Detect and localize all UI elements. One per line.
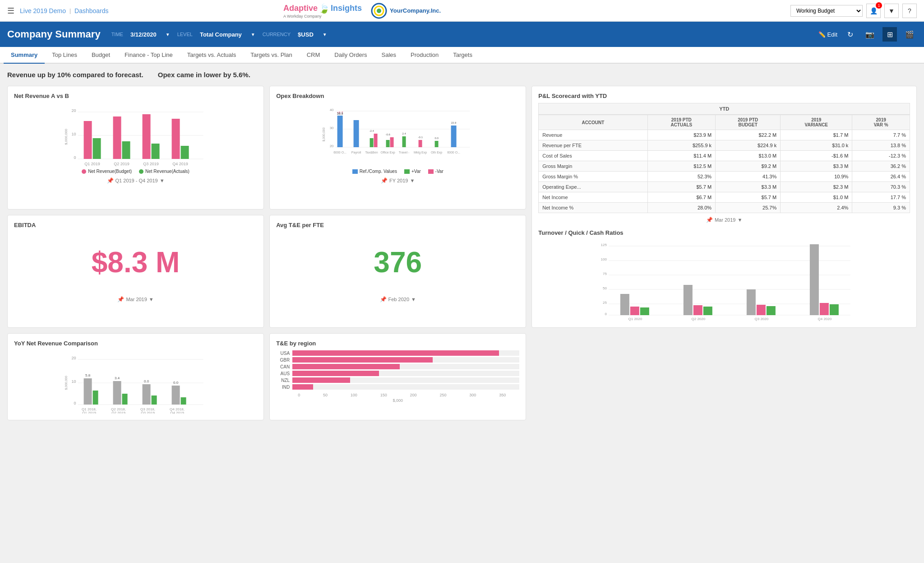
svg-text:30: 30 bbox=[330, 126, 334, 130]
ratios-chart: 125 100 75 50 25 0 bbox=[538, 240, 910, 321]
svg-rect-75 bbox=[767, 306, 776, 315]
ebitda-value: $8.3 M bbox=[14, 232, 257, 293]
svg-text:20: 20 bbox=[72, 356, 76, 360]
pl-varpct: 17.7 % bbox=[852, 192, 910, 203]
svg-rect-100 bbox=[181, 397, 186, 405]
headline-1: Revenue up by 10% compared to forecast. bbox=[7, 71, 143, 79]
level-value[interactable]: Total Company bbox=[200, 31, 242, 38]
ebitda-title: EBITDA bbox=[14, 222, 257, 228]
svg-text:6000 O...: 6000 O... bbox=[447, 151, 460, 154]
svg-text:100: 100 bbox=[601, 257, 607, 261]
tab-targets[interactable]: Targets bbox=[446, 47, 480, 64]
legend-actuals-label: Net Revenue(Actuals) bbox=[145, 169, 189, 174]
user-icon: 👤 bbox=[870, 7, 878, 14]
tne-bar-track bbox=[292, 384, 519, 390]
svg-text:-0.1: -0.1 bbox=[418, 136, 423, 139]
tab-bar: Summary Top Lines Budget Finance - Top L… bbox=[0, 47, 924, 64]
opex-pin-icon: 📌 bbox=[381, 177, 388, 184]
tne-bar-row: NZL bbox=[276, 377, 519, 383]
pl-budget: $5.7 M bbox=[716, 192, 781, 203]
svg-text:10: 10 bbox=[72, 132, 76, 136]
company-logo-icon bbox=[371, 3, 387, 19]
svg-point-2 bbox=[377, 9, 381, 13]
svg-text:Q4 2020: Q4 2020 bbox=[818, 317, 832, 321]
user-icon-btn[interactable]: 👤 1 bbox=[866, 4, 881, 18]
pl-footer[interactable]: 📌 Mar 2019 ▼ bbox=[538, 217, 910, 223]
edit-btn[interactable]: ✏️ Edit bbox=[818, 31, 837, 38]
svg-rect-77 bbox=[820, 303, 829, 315]
legend-ref-label: Ref./Comp. Values bbox=[360, 169, 397, 174]
pl-table-row: Gross Margin % 52.3% 41.3% 10.9% 26.4 % bbox=[539, 172, 910, 182]
ebitda-arrow[interactable]: ▼ bbox=[149, 297, 154, 302]
svg-rect-72 bbox=[703, 307, 712, 315]
net-revenue-footer[interactable]: 📌 Q1 2019 - Q4 2019 ▼ bbox=[14, 177, 257, 184]
hamburger-menu[interactable]: ☰ bbox=[7, 6, 14, 16]
grid-btn[interactable]: ⊞ bbox=[882, 27, 897, 42]
svg-text:Q2 2019: Q2 2019 bbox=[114, 162, 129, 166]
svg-rect-12 bbox=[113, 116, 121, 159]
adaptive-insights-logo: Adaptive 🍃 Insights A Workday Company bbox=[283, 3, 362, 19]
svg-rect-94 bbox=[122, 394, 128, 405]
opex-footer[interactable]: 📌 FY 2019 ▼ bbox=[276, 177, 519, 184]
company-name: YourCompany.Inc. bbox=[390, 7, 441, 14]
tab-production[interactable]: Production bbox=[403, 47, 446, 64]
ratios-section: Turnover / Quick / Cash Ratios 125 100 7… bbox=[538, 229, 910, 321]
dropdown-btn[interactable]: ▼ bbox=[884, 4, 899, 18]
tab-crm[interactable]: CRM bbox=[300, 47, 328, 64]
tab-budget[interactable]: Budget bbox=[84, 47, 117, 64]
svg-text:Q3 2019: Q3 2019 bbox=[143, 162, 159, 166]
time-value[interactable]: 3/12/2020 bbox=[130, 31, 157, 38]
pl-budget: $224.9 k bbox=[716, 140, 781, 151]
tne-bar-fill bbox=[292, 364, 400, 369]
tne-bar-fill bbox=[292, 357, 433, 363]
dashboards-link[interactable]: Dashboards bbox=[74, 7, 109, 14]
film-btn[interactable]: 🎬 bbox=[902, 27, 917, 42]
logo-adaptive: Adaptive bbox=[283, 4, 318, 13]
opex-card: Opex Breakdown 40 30 20 $,000,000 +9.7 bbox=[269, 86, 526, 209]
svg-text:0.0: 0.0 bbox=[435, 137, 439, 140]
pl-variance: $1.7 M bbox=[781, 130, 852, 140]
app-logo: Adaptive 🍃 Insights A Workday Company Yo… bbox=[283, 3, 441, 19]
svg-text:Q4 2019: Q4 2019 bbox=[170, 411, 184, 414]
tab-targets-vs-plan[interactable]: Targets vs. Plan bbox=[243, 47, 300, 64]
tab-targets-vs-actuals[interactable]: Targets vs. Actuals bbox=[180, 47, 243, 64]
pl-actuals: $11.4 M bbox=[647, 151, 716, 161]
pl-account: Gross Margin % bbox=[539, 172, 647, 182]
svg-rect-69 bbox=[640, 307, 649, 315]
time-arrow[interactable]: ▼ bbox=[166, 32, 170, 37]
currency-value[interactable]: $USD bbox=[298, 31, 314, 38]
net-revenue-title: Net Revenue A vs B bbox=[14, 93, 257, 99]
svg-rect-73 bbox=[747, 289, 756, 315]
tab-summary[interactable]: Summary bbox=[4, 47, 45, 64]
level-arrow[interactable]: ▼ bbox=[251, 32, 255, 37]
camera-btn[interactable]: 📷 bbox=[863, 27, 877, 42]
logo-leaf: 🍃 bbox=[319, 3, 330, 14]
avg-tne-footer[interactable]: 📌 Feb 2020 ▼ bbox=[276, 296, 519, 302]
currency-arrow[interactable]: ▼ bbox=[323, 32, 327, 37]
tne-bar-fill bbox=[292, 384, 313, 390]
yoy-svg: 20 10 0 $,000,000 5.8 3.4 bbox=[14, 350, 257, 414]
refresh-btn[interactable]: ↻ bbox=[843, 27, 857, 42]
help-btn[interactable]: ? bbox=[902, 4, 917, 18]
pl-col-varpct: 2019VAR % bbox=[852, 115, 910, 130]
period-arrow[interactable]: ▼ bbox=[160, 178, 165, 183]
pl-table-row: Operating Expe... $5.7 M $3.3 M $2.3 M 7… bbox=[539, 182, 910, 192]
pl-pin-icon: 📌 bbox=[706, 217, 713, 223]
pl-varpct: 9.3 % bbox=[852, 203, 910, 213]
legend-minus-var-rect bbox=[428, 169, 434, 174]
legend-plus-var-label: +Var bbox=[411, 169, 421, 174]
top-nav: ☰ Live 2019 Demo | Dashboards Adaptive 🍃… bbox=[0, 0, 924, 22]
ebitda-footer[interactable]: 📌 Mar 2019 ▼ bbox=[14, 296, 257, 302]
avg-tne-arrow[interactable]: ▼ bbox=[411, 297, 416, 302]
tab-top-lines[interactable]: Top Lines bbox=[45, 47, 84, 64]
pl-period-arrow[interactable]: ▼ bbox=[737, 217, 742, 223]
tab-sales[interactable]: Sales bbox=[374, 47, 404, 64]
svg-rect-35 bbox=[386, 140, 390, 147]
tab-daily-orders[interactable]: Daily Orders bbox=[327, 47, 374, 64]
opex-period-arrow[interactable]: ▼ bbox=[410, 178, 415, 183]
header-actions: ✏️ Edit ↻ 📷 ⊞ 🎬 bbox=[818, 27, 917, 42]
budget-select[interactable]: Working Budget bbox=[790, 5, 863, 17]
tab-finance-top-line[interactable]: Finance - Top Line bbox=[117, 47, 180, 64]
opex-period: FY 2019 bbox=[389, 178, 408, 183]
pl-col-account: ACCOUNT bbox=[539, 115, 647, 130]
